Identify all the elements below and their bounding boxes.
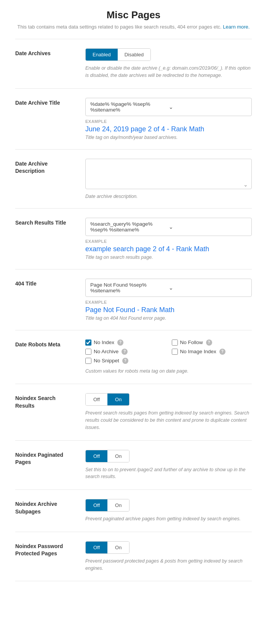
404-title-example: Page Not Found - Rank Math bbox=[85, 306, 252, 314]
noindex-paginated-content: Off On Set this to on to prevent /page/2… bbox=[85, 450, 252, 481]
noindex-archive-on-btn[interactable]: On bbox=[107, 499, 129, 511]
no-index-checkbox[interactable] bbox=[85, 340, 91, 346]
date-robots-meta-help: Custom values for robots meta tag on dat… bbox=[85, 368, 252, 375]
noindex-password-help: Prevent password protected pages & posts… bbox=[85, 558, 252, 572]
learn-more-link[interactable]: Learn more. bbox=[223, 24, 249, 30]
date-archives-content: Enabled Disabled Enable or disable the d… bbox=[85, 48, 252, 79]
noindex-archive-off-btn[interactable]: Off bbox=[86, 499, 107, 511]
chevron-down-icon: ⌄ bbox=[169, 224, 247, 230]
search-results-title-row: Search Results Title %search_query% %pag… bbox=[15, 209, 252, 269]
noindex-paginated-off-btn[interactable]: Off bbox=[86, 450, 107, 462]
date-robots-meta-label: Date Robots Meta bbox=[15, 340, 76, 349]
date-archive-title-desc: Title tag on day/month/year based archiv… bbox=[85, 135, 252, 140]
example-label-3: EXAMPLE bbox=[85, 300, 252, 304]
noindex-search-results-toggle: Off On bbox=[85, 393, 130, 406]
date-archive-desc-content: ⌄ Date archive description. bbox=[85, 159, 252, 199]
noindex-password-row: Noindex Password Protected Pages Off On … bbox=[15, 532, 252, 582]
date-archive-desc-textarea[interactable] bbox=[85, 159, 252, 189]
no-snippet-checkbox[interactable] bbox=[85, 358, 91, 364]
no-archive-checkbox[interactable] bbox=[85, 349, 91, 355]
no-image-index-help-icon[interactable]: ? bbox=[219, 349, 225, 355]
noindex-paginated-help: Set this to on to prevent /page/2 and fu… bbox=[85, 466, 252, 481]
date-archive-desc-help: Date archive description. bbox=[85, 194, 252, 199]
no-index-label: No Index bbox=[94, 340, 114, 345]
no-snippet-help-icon[interactable]: ? bbox=[122, 358, 128, 364]
404-title-content: Page Not Found %sep% %sitename% ⌄ EXAMPL… bbox=[85, 279, 252, 321]
noindex-search-results-help: Prevent search results pages from gettin… bbox=[85, 410, 252, 431]
date-archive-desc-row: Date Archive Description ⌄ Date archive … bbox=[15, 150, 252, 209]
no-snippet-item[interactable]: No Snippet ? bbox=[85, 358, 166, 364]
date-archives-row: Date Archives Enabled Disabled Enable or… bbox=[15, 39, 252, 89]
date-robots-meta-row: Date Robots Meta No Index ? No Follow ? … bbox=[15, 330, 252, 384]
noindex-archive-help: Prevent paginated archive pages from get… bbox=[85, 515, 252, 523]
noindex-search-on-btn[interactable]: On bbox=[107, 394, 129, 405]
example-label-2: EXAMPLE bbox=[85, 239, 252, 244]
no-image-index-label: No Image Index bbox=[180, 349, 216, 354]
robots-meta-checkboxes: No Index ? No Follow ? No Archive ? No I… bbox=[85, 340, 252, 364]
noindex-archive-row: Noindex Archive Subpages Off On Prevent … bbox=[15, 490, 252, 532]
date-archive-title-row: Date Archive Title %date% %page% %sep% %… bbox=[15, 89, 252, 150]
page-title: Misc Pages bbox=[15, 9, 252, 21]
search-results-title-desc: Title tag on search results page. bbox=[85, 255, 252, 260]
noindex-archive-label: Noindex Archive Subpages bbox=[15, 499, 76, 515]
noindex-password-label: Noindex Password Protected Pages bbox=[15, 541, 76, 558]
no-index-help-icon[interactable]: ? bbox=[117, 340, 123, 346]
noindex-archive-toggle: Off On bbox=[85, 499, 130, 512]
search-results-title-label: Search Results Title bbox=[15, 218, 76, 227]
noindex-paginated-label: Noindex Paginated Pages bbox=[15, 450, 76, 466]
noindex-search-results-label: Noindex Search Results bbox=[15, 393, 76, 410]
date-archives-toggle: Enabled Disabled bbox=[85, 48, 151, 61]
date-archive-title-label: Date Archive Title bbox=[15, 98, 76, 107]
noindex-password-on-btn[interactable]: On bbox=[107, 542, 129, 553]
no-archive-label: No Archive bbox=[94, 349, 118, 354]
no-image-index-item[interactable]: No Image Index ? bbox=[172, 349, 252, 355]
404-title-row: 404 Title Page Not Found %sep% %sitename… bbox=[15, 269, 252, 330]
date-robots-meta-content: No Index ? No Follow ? No Archive ? No I… bbox=[85, 340, 252, 375]
404-title-dropdown[interactable]: Page Not Found %sep% %sitename% ⌄ bbox=[85, 279, 252, 297]
noindex-search-results-row: Noindex Search Results Off On Prevent se… bbox=[15, 384, 252, 440]
no-follow-label: No Follow bbox=[180, 340, 203, 345]
no-archive-help-icon[interactable]: ? bbox=[122, 349, 128, 355]
date-archives-enabled-btn[interactable]: Enabled bbox=[86, 49, 118, 61]
noindex-password-off-btn[interactable]: Off bbox=[86, 542, 107, 553]
noindex-paginated-on-btn[interactable]: On bbox=[107, 450, 129, 462]
page-subtitle: This tab contains meta data settings rel… bbox=[15, 24, 252, 30]
date-archives-label: Date Archives bbox=[15, 48, 76, 57]
date-archive-desc-wrapper: ⌄ bbox=[85, 159, 252, 191]
noindex-archive-content: Off On Prevent paginated archive pages f… bbox=[85, 499, 252, 523]
search-results-title-dropdown[interactable]: %search_query% %page% %sep% %sitename% ⌄ bbox=[85, 218, 252, 236]
date-archive-desc-label: Date Archive Description bbox=[15, 159, 76, 175]
chevron-down-icon: ⌄ bbox=[169, 285, 247, 291]
search-results-title-content: %search_query% %page% %sep% %sitename% ⌄… bbox=[85, 218, 252, 260]
404-title-desc: Title tag on 404 Not Found error page. bbox=[85, 316, 252, 321]
date-archives-disabled-btn[interactable]: Disabled bbox=[118, 49, 151, 61]
noindex-password-toggle: Off On bbox=[85, 541, 130, 554]
date-archive-title-content: %date% %page% %sep% %sitename% ⌄ EXAMPLE… bbox=[85, 98, 252, 140]
search-results-title-example: example search page 2 of 4 - Rank Math bbox=[85, 245, 252, 253]
date-archive-title-dropdown[interactable]: %date% %page% %sep% %sitename% ⌄ bbox=[85, 98, 252, 116]
date-archives-help: Enable or disable the date archive (_e.g… bbox=[85, 65, 252, 79]
example-label-1: EXAMPLE bbox=[85, 119, 252, 124]
no-follow-help-icon[interactable]: ? bbox=[206, 340, 212, 346]
noindex-search-results-content: Off On Prevent search results pages from… bbox=[85, 393, 252, 431]
noindex-paginated-row: Noindex Paginated Pages Off On Set this … bbox=[15, 441, 252, 490]
no-snippet-label: No Snippet bbox=[94, 358, 119, 363]
no-follow-checkbox[interactable] bbox=[172, 340, 178, 346]
404-title-label: 404 Title bbox=[15, 279, 76, 288]
noindex-paginated-toggle: Off On bbox=[85, 450, 130, 462]
no-archive-item[interactable]: No Archive ? bbox=[85, 349, 166, 355]
noindex-password-content: Off On Prevent password protected pages … bbox=[85, 541, 252, 572]
no-index-item[interactable]: No Index ? bbox=[85, 340, 166, 346]
no-follow-item[interactable]: No Follow ? bbox=[172, 340, 252, 346]
date-archive-title-example: June 24, 2019 page 2 of 4 - Rank Math bbox=[85, 125, 252, 133]
chevron-down-icon: ⌄ bbox=[169, 104, 247, 110]
noindex-search-off-btn[interactable]: Off bbox=[86, 394, 107, 405]
no-image-index-checkbox[interactable] bbox=[172, 349, 178, 355]
